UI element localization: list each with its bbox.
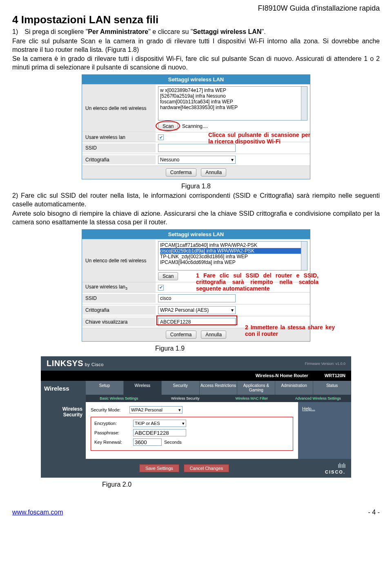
cancel-changes-button[interactable]: Cancel Changes — [184, 464, 229, 472]
list-item[interactable]: foscam[001b11fca634] infra WEP — [160, 99, 305, 105]
confirm-button[interactable]: Conferma — [166, 168, 196, 177]
scanning-text: Scanning.... — [182, 123, 208, 129]
red-highlight — [156, 315, 237, 325]
label-use-wlan: Usare wireless lan3 — [82, 282, 156, 292]
cisco-logo: ılıılı CISCO. — [325, 462, 345, 474]
label-crittografia: Crittografia — [82, 155, 156, 164]
tab-administration[interactable]: Administration — [275, 381, 313, 395]
encryption-select[interactable]: TKIP or AES▾ — [133, 420, 186, 427]
label-network-list: Un elenco delle reti wireless — [82, 85, 156, 132]
panel-title: Settaggi wireless LAN — [82, 230, 310, 239]
page-number: - 4 - — [368, 509, 380, 516]
network-list[interactable]: w x[002389b74e17] infra WEP [5267f0a2519… — [158, 86, 307, 121]
list-item[interactable]: TP-LINK_zdy[0023cd8d1866] infra WEP — [160, 254, 305, 259]
subtab-mac-filter[interactable]: Wireless MAC Filter — [218, 395, 285, 402]
save-settings-button[interactable]: Save Settings — [139, 464, 179, 472]
text-bold: Per Amministratore — [88, 28, 148, 35]
foscam-panel: Settaggi wireless LAN Un elenco delle re… — [82, 74, 310, 180]
select-value: WPA2 Personal (AES) — [160, 307, 209, 313]
paragraph-4: 2) Fare clic sul SSID del router nella l… — [12, 192, 380, 209]
paragraph-3: Se la camera è in grado di rilevare tutt… — [12, 55, 380, 72]
chevron-down-icon: ▾ — [231, 157, 234, 163]
figure-1-8: Settaggi wireless LAN Un elenco delle re… — [82, 74, 310, 180]
label-crittografia: Crittografia — [82, 306, 156, 315]
network-list[interactable]: IPCAM[1caff71a5b40] infra WPA/WPA2-PSK c… — [158, 241, 307, 270]
firmware-version: Firmware Version: v1.0.0 — [305, 362, 345, 366]
tab-access-restrictions[interactable]: Access Restrictions — [200, 381, 238, 395]
sub-tabs: Basic Wireless Settings Wireless Securit… — [86, 395, 351, 402]
subtab-advanced[interactable]: Advanced Wireless Settings — [285, 395, 352, 402]
paragraph-5: Avrete solo bisogno di riempire la chiav… — [12, 210, 380, 227]
label-passphrase: Passphrase: — [94, 430, 133, 435]
cancel-button[interactable]: Annulla — [201, 168, 226, 177]
tab-apps-gaming[interactable]: Applications & Gaming — [237, 381, 275, 395]
select-value: WPA2 Personal — [131, 407, 163, 412]
subtab-wireless-security[interactable]: Wireless Security — [152, 395, 219, 402]
tab-security[interactable]: Security — [162, 381, 200, 395]
label-key-renewal: Key Renewal: — [94, 440, 133, 445]
checkbox-use-wlan[interactable]: ✔ — [158, 134, 164, 140]
checkbox-use-wlan[interactable]: ✔ — [158, 285, 164, 291]
text: ". — [261, 28, 265, 35]
model-number: WRT120N — [325, 373, 345, 378]
cancel-button[interactable]: Annulla — [201, 331, 226, 339]
label-use-wlan: Usare wireless lan — [82, 133, 156, 142]
paragraph-2: Fare clic sul pulsante Scan e la camera … — [12, 37, 380, 54]
red-highlight — [156, 121, 180, 131]
ssid-input[interactable] — [158, 294, 236, 302]
tab-wireless[interactable]: Wireless — [124, 381, 162, 395]
scrollbar[interactable] — [301, 241, 307, 270]
figure-caption-1-8: Figura 1.8 — [12, 183, 380, 190]
red-highlight-box: Encryption: TKIP or AES▾ Passphrase: Key… — [91, 417, 293, 451]
page-footer: www.foscam.com - 4 - — [12, 509, 380, 516]
select-value: Nessuno — [160, 157, 179, 163]
label-ssid: SSID — [82, 143, 156, 152]
list-item[interactable]: IPCAM[1caff71a5b40] infra WPA/WPA2-PSK — [160, 242, 305, 248]
footer-url[interactable]: www.foscam.com — [12, 509, 63, 516]
key-renewal-input[interactable] — [133, 438, 162, 446]
scan-button[interactable]: Scan — [158, 272, 178, 280]
encryption-select[interactable]: WPA2 Personal (AES)▾ — [158, 306, 236, 314]
label-security-mode: Security Mode: — [91, 407, 129, 412]
tab-setup[interactable]: Setup — [86, 381, 124, 395]
label-share-key: Chiave visualizzara — [82, 317, 156, 326]
text: Usare wireless lan — [85, 284, 125, 290]
list-item[interactable]: w x[002389b74e17] infra WEP — [160, 87, 305, 93]
encryption-select[interactable]: Nessuno▾ — [158, 156, 236, 164]
scrollbar[interactable] — [301, 87, 307, 120]
label-encryption: Encryption: — [94, 421, 133, 426]
tab-status[interactable]: Status — [313, 381, 351, 395]
main-tabs: Setup Wireless Security Access Restricti… — [86, 381, 351, 395]
model-bar: Wireless-N Home Router WRT120N — [41, 371, 351, 380]
chevron-down-icon: ▾ — [178, 407, 181, 413]
list-item-selected[interactable]: cisco[00259cb1df9a] infra WPA/WPA2-PSK — [160, 248, 305, 254]
subscript: 3 — [125, 286, 127, 291]
passphrase-input[interactable] — [133, 429, 186, 436]
brand-text: LINKSYS — [47, 359, 83, 368]
select-value: TKIP or AES — [135, 421, 160, 426]
brand-by: by Cisco — [83, 362, 104, 367]
section-title: 4 Impostazioni LAN senza fili — [12, 13, 380, 26]
chevron-down-icon: ▾ — [182, 421, 185, 426]
model-desc: Wireless-N Home Router — [256, 373, 308, 378]
figure-caption-1-9: Figura 1.9 — [53, 345, 380, 352]
label-ssid: SSID — [82, 294, 156, 303]
cisco-bars-icon: ılıılı — [325, 462, 345, 469]
callout-scan: Clicca sul pulsante di scansione per la … — [208, 132, 310, 145]
ssid-input[interactable] — [158, 144, 236, 152]
section-label: Wireless Security — [41, 402, 86, 459]
help-link[interactable]: Help... — [302, 406, 347, 411]
tab-section-label: Wireless — [41, 381, 86, 402]
confirm-button[interactable]: Conferma — [166, 331, 196, 339]
chevron-down-icon: ▾ — [231, 307, 234, 313]
label-network-list: Un elenco delle reti wireless — [82, 239, 156, 282]
help-panel: Help... — [298, 402, 351, 459]
list-item[interactable]: [5267f0a2519a] infra Nessuno — [160, 93, 305, 99]
paragraph-1: 1) Si prega di scegliere "Per Amministra… — [12, 28, 380, 36]
list-item[interactable]: IPCAM3[940c6dd69fda] infra WEP — [160, 259, 305, 265]
security-mode-select[interactable]: WPA2 Personal▾ — [129, 406, 183, 414]
figure-caption-2-0: Figura 2.0 — [12, 481, 380, 488]
linksys-panel: LINKSYS by Cisco Firmware Version: v1.0.… — [41, 356, 351, 478]
subtab-basic[interactable]: Basic Wireless Settings — [86, 395, 152, 402]
list-item[interactable]: hardware[f4ec38339530] infra WEP — [160, 105, 305, 110]
